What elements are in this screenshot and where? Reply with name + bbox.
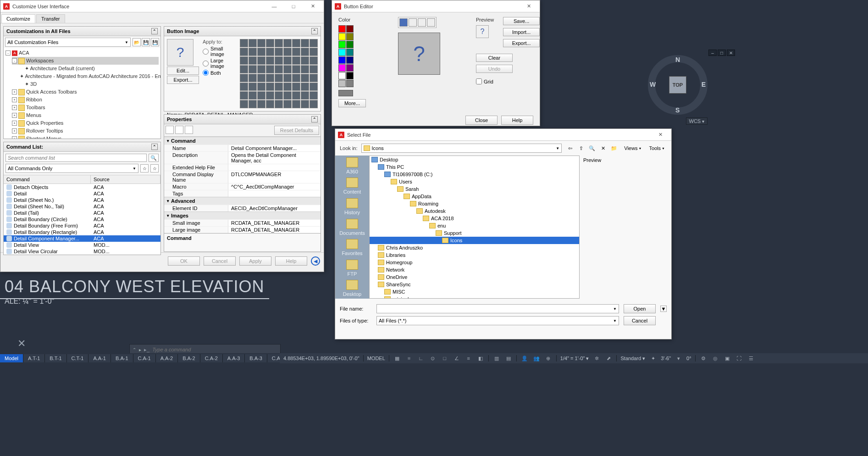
close-button[interactable]: ✕ — [520, 0, 537, 12]
color-swatch[interactable] — [346, 80, 354, 87]
icon-palette[interactable] — [240, 39, 318, 108]
icon-cell[interactable] — [266, 65, 274, 73]
line-tool-icon[interactable] — [409, 18, 417, 27]
filename-input[interactable]: ▼ — [376, 304, 619, 313]
sc-icon2[interactable]: ▤ — [504, 354, 513, 362]
lookin-dropdown[interactable]: Icons▼ — [361, 144, 562, 153]
command-row[interactable]: Detail Boundary (Circle)ACA — [4, 216, 160, 222]
icon-cell[interactable] — [275, 48, 283, 56]
col-source[interactable]: Source — [91, 175, 160, 184]
icon-cell[interactable] — [301, 56, 309, 65]
layout-tab[interactable]: C.A-1 — [133, 354, 156, 362]
open-file-icon[interactable]: 📂 — [133, 38, 141, 46]
icon-cell[interactable] — [266, 83, 274, 91]
tree-row[interactable]: enu — [370, 222, 579, 229]
customizations-tree[interactable]: -A ACA- Workspaces✦ Architecture Default… — [4, 48, 160, 139]
command-input[interactable] — [152, 347, 277, 352]
icon-cell[interactable] — [240, 56, 248, 65]
viewcube[interactable]: TOP N S E W — [648, 55, 708, 115]
circle-tool-icon[interactable] — [418, 18, 426, 27]
icon-cell[interactable] — [275, 74, 283, 82]
export-image-button[interactable]: Export... — [167, 76, 199, 84]
place-desktop[interactable]: Desktop — [335, 278, 369, 299]
viewcube-west[interactable]: W — [650, 81, 656, 88]
command-row[interactable]: Detail Boundary (Free Form)ACA — [4, 222, 160, 229]
icon-cell[interactable] — [283, 48, 292, 56]
color-swatch[interactable] — [346, 72, 354, 79]
icon-cell[interactable] — [292, 39, 300, 47]
place-ftp[interactable]: FTP — [335, 258, 369, 278]
doc-restore-button[interactable]: □ — [718, 50, 726, 56]
tree-row[interactable]: Chris Andruszko — [370, 244, 579, 251]
opt-both[interactable]: Both — [203, 69, 236, 76]
tree-row[interactable]: Libraries — [370, 251, 579, 259]
icon-cell[interactable] — [275, 100, 283, 108]
anno-vis-icon[interactable]: ✲ — [592, 354, 601, 362]
ok-button[interactable]: OK — [168, 256, 200, 266]
tree-row[interactable]: AppData — [370, 193, 579, 200]
icon-cell[interactable] — [240, 74, 248, 82]
cui-titlebar[interactable]: A Customize User Interface — □ ✕ — [0, 0, 324, 12]
color-swatch[interactable] — [338, 25, 346, 33]
lineweight-icon[interactable]: ≡ — [464, 354, 473, 362]
icon-cell[interactable] — [266, 74, 274, 82]
tree-row[interactable]: Network — [370, 266, 579, 273]
command-row[interactable]: DetailACA — [4, 190, 160, 197]
tab-transfer[interactable]: Transfer — [36, 14, 65, 23]
visual-style-dropdown[interactable]: Standard ▾ — [620, 356, 645, 361]
tree-row[interactable]: ACA 2018 — [370, 215, 579, 222]
color-swatch[interactable] — [346, 64, 354, 72]
transparency-icon[interactable]: ◧ — [476, 354, 485, 362]
icon-cell[interactable] — [257, 74, 265, 82]
layout-tab[interactable]: A.A-2 — [156, 354, 178, 362]
color-swatch[interactable] — [338, 56, 346, 64]
command-row[interactable]: Detail Component Manager...ACA — [4, 235, 160, 242]
color-swatch[interactable] — [338, 41, 346, 48]
panel-collapse-icon[interactable]: ⌃ — [151, 144, 158, 150]
export-button[interactable]: Export... — [503, 39, 540, 47]
icon-cell[interactable] — [240, 91, 248, 100]
new-folder-icon[interactable]: 📁 — [609, 144, 619, 153]
otrack-icon[interactable]: ∠ — [453, 354, 461, 362]
prop-icon[interactable] — [185, 126, 193, 134]
icon-cell[interactable] — [266, 48, 274, 56]
select-file-titlebar[interactable]: A Select File ✕ — [335, 129, 671, 141]
layout-tab[interactable]: B.A-2 — [178, 354, 200, 362]
tree-row[interactable]: This PC — [370, 163, 579, 171]
color-swatch[interactable] — [338, 33, 346, 40]
icon-cell[interactable] — [310, 91, 318, 100]
color-swatch[interactable] — [346, 41, 354, 48]
doc-minimize-button[interactable]: – — [708, 50, 717, 56]
pencil-tool-icon[interactable] — [399, 18, 408, 27]
save-button[interactable]: Save... — [503, 17, 540, 25]
close-button[interactable]: ✕ — [652, 129, 669, 141]
icon-cell[interactable] — [283, 100, 292, 108]
wcs-dropdown[interactable]: WCS ▾ — [686, 117, 708, 125]
icon-cell[interactable] — [301, 48, 309, 56]
viewcube-north[interactable]: N — [675, 56, 680, 63]
icon-cell[interactable] — [283, 56, 292, 65]
icon-cell[interactable] — [283, 65, 292, 73]
search-icon[interactable]: 🔍 — [149, 154, 159, 162]
tree-row[interactable]: TI10699700B (C:) — [370, 171, 579, 178]
icon-cell[interactable] — [310, 74, 318, 82]
layout-tab[interactable]: B.A-1 — [111, 354, 133, 362]
icon-cell[interactable] — [283, 91, 292, 100]
icon-cell[interactable] — [266, 56, 274, 65]
categorized-icon[interactable] — [166, 126, 174, 134]
color-swatch[interactable] — [338, 72, 346, 79]
icon-cell[interactable] — [249, 48, 257, 56]
tree-row[interactable]: ShareSync — [370, 281, 579, 288]
pixel-canvas[interactable]: ? — [398, 33, 440, 75]
model-space-button[interactable]: MODEL — [367, 356, 385, 361]
tree-row[interactable]: original — [370, 295, 579, 299]
icon-cell[interactable] — [249, 65, 257, 73]
erase-tool-icon[interactable] — [427, 18, 435, 27]
more-colors-button[interactable]: More... — [338, 99, 366, 107]
anno-scale-dropdown[interactable]: 1/4" = 1'-0" ▾ — [560, 356, 589, 361]
tab-customize[interactable]: Customize — [1, 14, 35, 23]
icon-cell[interactable] — [275, 65, 283, 73]
tree-row[interactable]: Homegroup — [370, 259, 579, 266]
people2-icon[interactable]: 👥 — [532, 354, 541, 362]
tree-row[interactable]: Sarah — [370, 185, 579, 193]
